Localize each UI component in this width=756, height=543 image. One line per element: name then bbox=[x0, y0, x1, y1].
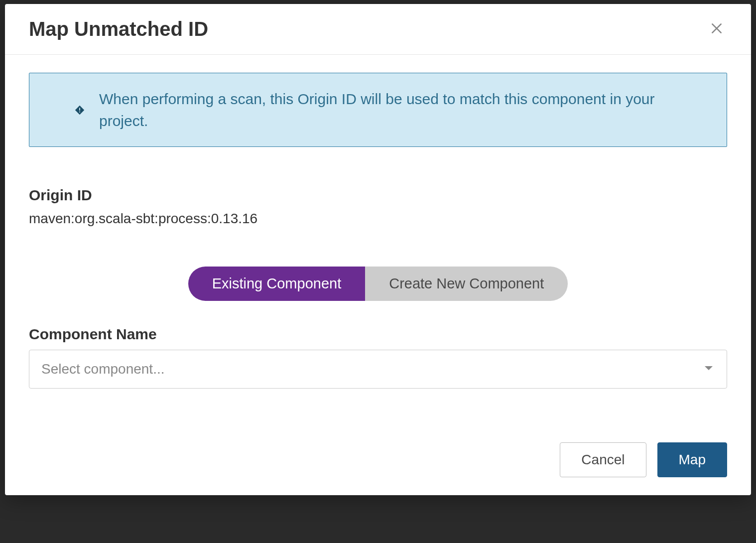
origin-id-value: maven:org.scala-sbt:process:0.13.16 bbox=[29, 211, 727, 227]
modal-title: Map Unmatched ID bbox=[29, 18, 208, 40]
map-button[interactable]: Map bbox=[657, 442, 727, 477]
info-alert-text: When performing a scan, this Origin ID w… bbox=[73, 88, 707, 132]
origin-id-section: Origin ID maven:org.scala-sbt:process:0.… bbox=[29, 187, 727, 227]
info-alert: When performing a scan, this Origin ID w… bbox=[29, 73, 727, 147]
close-icon bbox=[710, 22, 723, 36]
toggle-create-new-component[interactable]: Create New Component bbox=[365, 267, 568, 301]
origin-id-label: Origin ID bbox=[29, 187, 727, 204]
toggle-existing-component[interactable]: Existing Component bbox=[188, 267, 366, 301]
modal-header: Map Unmatched ID bbox=[5, 4, 751, 55]
info-alert-icon bbox=[74, 105, 85, 116]
component-name-label: Component Name bbox=[29, 326, 727, 343]
modal-footer: Cancel Map bbox=[5, 442, 751, 495]
modal-body: When performing a scan, this Origin ID w… bbox=[5, 55, 751, 442]
modal-overlay: Map Unmatched ID bbox=[0, 0, 756, 543]
component-mode-toggle: Existing Component Create New Component bbox=[29, 267, 727, 301]
component-name-section: Component Name Select component... bbox=[29, 326, 727, 389]
svg-rect-2 bbox=[79, 108, 80, 111]
component-select-wrapper: Select component... bbox=[29, 350, 727, 389]
component-select[interactable]: Select component... bbox=[29, 350, 727, 389]
close-button[interactable] bbox=[706, 18, 727, 40]
svg-rect-3 bbox=[79, 111, 80, 112]
cancel-button[interactable]: Cancel bbox=[560, 442, 646, 477]
map-unmatched-id-modal: Map Unmatched ID bbox=[5, 4, 751, 495]
